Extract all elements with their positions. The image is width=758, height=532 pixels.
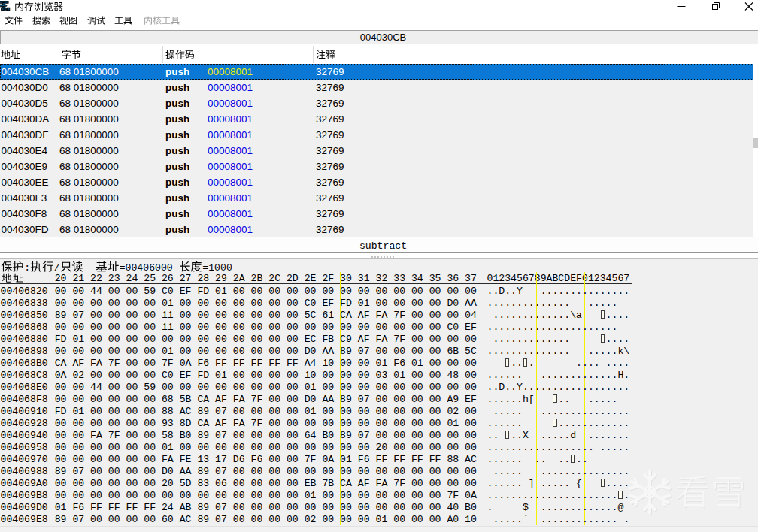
nonprintable-box-glyph [617, 491, 623, 499]
disassembly-row[interactable]: 004030E9 68 01800000 push 00008001 32769 [0, 159, 753, 174]
cjk-glyph [144, 16, 153, 25]
instruction-address: 004030FD [2, 222, 49, 237]
disassembly-row[interactable]: 004030FD 68 01800000 push 00008001 32769 [0, 222, 753, 237]
hex-row-address: 004069E8 [1, 514, 48, 526]
minimize-button[interactable] [664, 0, 698, 13]
hex-row[interactable]: 00406928 00 00 00 00 00 00 93 8D CA AF F… [0, 418, 758, 430]
instruction-opcode: push [165, 64, 190, 80]
close-icon [732, 0, 758, 13]
disassembly-row[interactable]: 004030D5 68 01800000 push 00008001 32769 [0, 95, 753, 111]
disassembly-row[interactable]: 004030DF 68 01800000 push 00008001 32769 [0, 127, 753, 143]
cjk-glyph [41, 16, 50, 25]
hex-row-bytes: 00 00 00 00 00 00 01 00 00 00 00 00 00 0… [55, 346, 477, 358]
hex-row-bytes: 00 00 FA 7F 00 00 58 B0 89 07 00 00 00 0… [55, 430, 477, 442]
hex-row-address: 00406940 [1, 430, 48, 442]
column-separator[interactable] [59, 46, 59, 63]
column-address[interactable] [1, 49, 20, 60]
close-button[interactable] [732, 0, 758, 13]
cjk-glyph [114, 16, 123, 25]
column-opcode[interactable] [165, 49, 195, 60]
hex-row-address: 00406958 [1, 442, 48, 454]
disassembly-row[interactable]: 004030F8 68 01800000 push 00008001 32769 [0, 206, 753, 222]
instruction-operand: 00008001 [208, 64, 253, 80]
cjk-glyph [71, 261, 83, 272]
hex-row-bytes: FD 01 00 00 00 00 00 00 00 00 00 00 00 0… [55, 334, 477, 346]
hex-row-address: 004069D0 [1, 502, 48, 514]
hex-row[interactable]: 004068B0 CA AF FA 7F 00 00 7F 0A F6 FF F… [0, 358, 758, 370]
column-separator[interactable] [313, 46, 314, 63]
instruction-operand: 00008001 [208, 190, 253, 206]
hex-row-bytes: 00 00 00 00 00 00 00 00 00 00 00 00 00 0… [55, 490, 477, 502]
watermark [629, 467, 756, 520]
hex-row-address: 00406970 [1, 454, 48, 466]
instruction-bytes: 68 01800000 [59, 80, 119, 95]
hex-row-ascii: ..... ............... [487, 466, 630, 478]
column-separator[interactable] [390, 46, 390, 63]
instruction-operand: 00008001 [208, 111, 253, 127]
cjk-glyph [71, 50, 81, 59]
column-comment[interactable] [316, 49, 335, 60]
hex-row[interactable]: 00406838 00 00 00 00 00 00 01 00 00 00 0… [0, 298, 758, 310]
cjk-glyph [316, 50, 326, 59]
hex-row-bytes: 89 07 00 00 00 00 D0 AA 89 07 00 00 00 0… [55, 466, 477, 478]
menu-tools[interactable] [114, 16, 132, 27]
disassembly-row[interactable]: 004030EE 68 01800000 push 00008001 32769 [0, 174, 753, 190]
hex-row[interactable]: 00406940 00 00 FA 7F 00 00 58 B0 89 07 0… [0, 430, 758, 442]
disassembly-row[interactable]: 004030DA 68 01800000 push 00008001 32769 [0, 111, 753, 127]
hex-row[interactable]: 004068C8 0A 02 00 00 00 00 C0 EF FD 01 0… [0, 370, 758, 382]
window-title [14, 2, 63, 11]
hex-row-address: 004069B8 [1, 490, 48, 502]
disassembly-row[interactable]: 004030D0 68 01800000 push 00008001 32769 [0, 80, 753, 95]
hex-row[interactable]: 00406880 FD 01 00 00 00 00 00 00 00 00 0… [0, 334, 758, 346]
nonprintable-box-glyph [552, 419, 558, 427]
hex-row-address: 00406928 [1, 418, 48, 430]
disassembler-scrollbar-thumb[interactable] [753, 138, 758, 148]
memory-browser-window: 004030CB 004030CB 68 01800000 push 00008… [0, 0, 758, 532]
cjk-glyph [14, 2, 24, 11]
column-separator[interactable] [162, 46, 163, 63]
disassembly-row[interactable]: 004030E4 68 01800000 push 00008001 32769 [0, 143, 753, 159]
menu-bar [0, 13, 758, 28]
instruction-opcode: push [165, 222, 190, 237]
hex-row-bytes: 01 F6 FF FF FF FF 24 AB 89 07 00 00 00 0… [55, 502, 477, 514]
hex-row[interactable]: 00406850 89 07 00 00 00 00 11 00 00 00 0… [0, 310, 758, 322]
hex-row[interactable]: 004068E0 00 00 44 00 00 59 00 00 00 00 0… [0, 382, 758, 394]
instruction-comment: 32769 [316, 222, 344, 237]
cjk-glyph [68, 16, 77, 25]
hex-row-address: 00406910 [1, 406, 48, 418]
menu-debug[interactable] [87, 16, 105, 27]
hex-row[interactable]: 004068F8 00 00 00 00 00 00 68 5B CA AF F… [0, 394, 758, 406]
disassembly-row[interactable]: 004030F3 68 01800000 push 00008001 32769 [0, 190, 753, 206]
cjk-glyph [1, 261, 13, 272]
instruction-opcode: push [165, 95, 190, 111]
restore-button[interactable] [698, 0, 732, 13]
instruction-address: 004030D5 [2, 95, 48, 111]
cjk-glyph [108, 261, 120, 272]
hex-row[interactable]: 00406970 00 00 00 00 00 00 FA FE 13 17 D… [0, 454, 758, 466]
hex-row[interactable]: 00406910 FD 01 00 00 00 00 88 AC 89 07 0… [0, 406, 758, 418]
hex-row-ascii: ..D..Y.................. [487, 382, 630, 394]
cjk-glyph [87, 16, 96, 25]
cjk-glyph [185, 50, 195, 59]
instruction-bytes: 68 01800000 [59, 159, 119, 174]
menu-search[interactable] [32, 16, 50, 27]
cjk-glyph [14, 16, 23, 25]
instruction-comment: 32769 [316, 64, 344, 80]
disassembly-row[interactable]: 004030CB 68 01800000 push 00008001 32769 [0, 64, 753, 80]
menu-file[interactable] [5, 16, 23, 27]
hex-row[interactable]: 00406868 00 00 00 00 00 00 11 00 00 00 0… [0, 322, 758, 334]
cjk-glyph [11, 50, 20, 59]
instruction-bytes: 68 01800000 [59, 111, 119, 127]
hex-row-ascii: ............. .... [487, 334, 630, 346]
instruction-opcode: push [165, 206, 190, 222]
instruction-opcode: push [165, 159, 190, 174]
hex-row[interactable]: 00406820 00 00 44 00 00 59 C0 EF FD 01 0… [0, 286, 758, 298]
menu-kernel-tools[interactable] [144, 16, 180, 27]
column-bytes[interactable] [62, 49, 81, 60]
hex-row-address: 00406880 [1, 334, 48, 346]
hex-row[interactable]: 00406898 00 00 00 00 00 00 01 00 00 00 0… [0, 346, 758, 358]
instruction-opcode: push [165, 190, 190, 206]
current-address-bar: 004030CB [0, 30, 758, 44]
menu-view[interactable] [59, 16, 77, 27]
hex-row[interactable]: 00406958 00 00 00 00 00 00 01 00 00 00 0… [0, 442, 758, 454]
